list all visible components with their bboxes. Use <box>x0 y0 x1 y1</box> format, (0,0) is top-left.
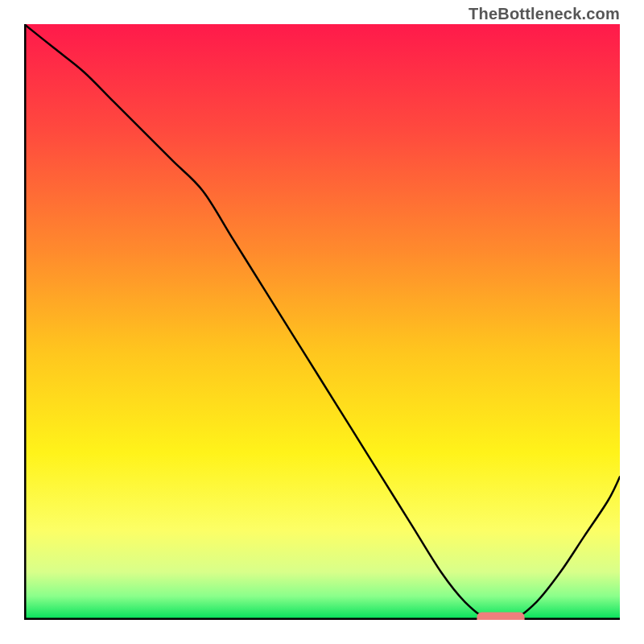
gradient-background <box>24 24 620 620</box>
chart-frame: TheBottleneck.com <box>0 0 644 644</box>
chart-svg <box>24 24 620 620</box>
attribution-text: TheBottleneck.com <box>469 5 620 23</box>
highlight-marker <box>477 613 524 620</box>
plot-area <box>24 24 620 620</box>
